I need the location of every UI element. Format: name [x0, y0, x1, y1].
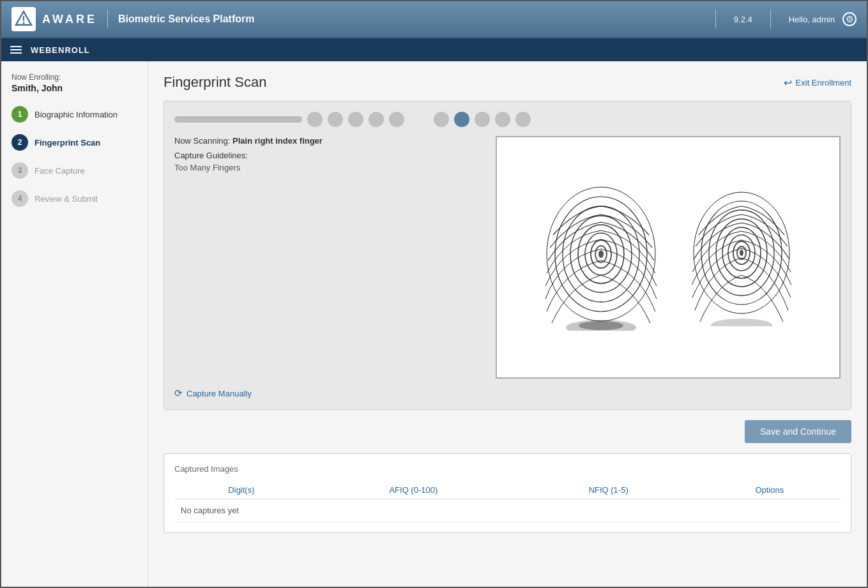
- svg-point-11: [598, 250, 604, 258]
- step-4-label: Review & Submit: [34, 194, 98, 204]
- col-nfiq: NFIQ (1-5): [519, 481, 699, 499]
- captured-images-panel: Captured Images Digit(s) AFIQ (0-100) NF…: [164, 453, 851, 533]
- capture-manually-label: Capture Manually: [187, 389, 252, 398]
- page-title: Fingerprint Scan: [164, 74, 266, 91]
- exit-label: Exit Enrollment: [796, 78, 851, 87]
- capture-guidelines-label: Capture Guidelines:: [174, 151, 485, 160]
- capture-manually-link[interactable]: ⟳ Capture Manually: [174, 388, 841, 399]
- exit-enrollment-link[interactable]: ↩ Exit Enrollment: [784, 77, 851, 89]
- progress-dot-1: [307, 112, 323, 127]
- progress-dot-10: [515, 112, 531, 127]
- col-options: Options: [699, 481, 841, 499]
- header-platform-title: Biometric Services Platform: [118, 13, 705, 25]
- scanning-prefix: Now Scanning:: [174, 136, 232, 146]
- exit-icon: ↩: [784, 77, 792, 89]
- progress-dot-4: [369, 112, 384, 127]
- main-container: Now Enrolling: Smith, John 1 Biographic …: [1, 61, 867, 588]
- fingerprint-2: [687, 189, 796, 326]
- progress-dot-9: [495, 112, 510, 127]
- enrolling-label: Now Enrolling:: [11, 73, 137, 82]
- sidebar: Now Enrolling: Smith, John 1 Biographic …: [1, 61, 148, 588]
- progress-dot-6: [434, 112, 449, 127]
- fingerprint-1: [540, 184, 662, 331]
- progress-dot-8: [475, 112, 490, 127]
- step-2-circle: 2: [11, 134, 28, 151]
- step-2-label: Fingerprint Scan: [34, 138, 100, 147]
- logo-area: AWARE: [11, 7, 97, 31]
- step-1-label: Biographic Information: [34, 110, 118, 119]
- navbar: WEBENROLL: [1, 38, 867, 61]
- aware-logo-icon: [11, 7, 36, 31]
- progress-dot-7: [454, 112, 469, 127]
- aware-logo-text: AWARE: [42, 13, 97, 26]
- progress-dot-5: [389, 112, 404, 127]
- svg-point-23: [711, 319, 772, 326]
- scan-panel: Now Scanning: Plain right index finger C…: [164, 101, 851, 410]
- progress-bar: [174, 116, 302, 123]
- sidebar-step-2[interactable]: 2 Fingerprint Scan: [11, 134, 137, 151]
- step-3-circle: 3: [11, 162, 28, 179]
- svg-point-13: [579, 321, 623, 330]
- save-row: Save and Continue: [164, 420, 851, 443]
- svg-point-22: [740, 250, 743, 256]
- main-content: Fingerprint Scan ↩ Exit Enrollment: [148, 61, 867, 588]
- hamburger-menu[interactable]: [10, 46, 22, 54]
- sidebar-step-4[interactable]: 4 Review & Submit: [11, 190, 137, 207]
- content-header: Fingerprint Scan ↩ Exit Enrollment: [164, 74, 851, 91]
- step-3-label: Face Capture: [34, 166, 85, 176]
- scanning-label: Now Scanning: Plain right index finger: [174, 136, 485, 146]
- col-afiq: AFIQ (0-100): [308, 481, 519, 499]
- no-captures-message: No captures yet: [174, 499, 841, 522]
- capture-icon: ⟳: [174, 388, 183, 399]
- greeting-text: Hello, admin: [789, 15, 835, 24]
- sidebar-step-3[interactable]: 3 Face Capture: [11, 162, 137, 179]
- app-header: AWARE Biometric Services Platform 9.2.4 …: [1, 1, 867, 38]
- navbar-label: WEBENROLL: [31, 45, 90, 55]
- sidebar-step-1[interactable]: 1 Biographic Information: [11, 106, 137, 123]
- enrolling-name: Smith, John: [11, 83, 137, 93]
- captured-images-title: Captured Images: [174, 464, 841, 474]
- guideline-text: Too Many Fingers: [174, 163, 485, 172]
- header-right-area: 9.2.4 Hello, admin ⚙: [705, 10, 857, 29]
- step-4-circle: 4: [11, 190, 28, 207]
- header-divider-3: [770, 10, 771, 29]
- table-row-empty: No captures yet: [174, 499, 841, 522]
- scanning-finger: Plain right index finger: [232, 136, 323, 146]
- version-label: 9.2.4: [734, 15, 752, 24]
- progress-row: [174, 112, 841, 127]
- col-digits: Digit(s): [174, 481, 308, 499]
- settings-icon[interactable]: ⚙: [842, 12, 857, 26]
- fingerprint-viewer: [496, 136, 841, 379]
- header-divider-1: [107, 10, 108, 29]
- scan-content: Now Scanning: Plain right index finger C…: [174, 136, 841, 379]
- scan-info: Now Scanning: Plain right index finger C…: [174, 136, 485, 379]
- header-divider-2: [715, 10, 716, 29]
- captured-table: Digit(s) AFIQ (0-100) NFIQ (1-5) Options…: [174, 481, 841, 522]
- step-1-circle: 1: [11, 106, 28, 123]
- svg-point-2: [23, 22, 25, 24]
- save-continue-button[interactable]: Save and Continue: [745, 420, 851, 443]
- fingerprint-images: [497, 137, 839, 377]
- progress-dot-2: [328, 112, 343, 127]
- progress-dot-3: [348, 112, 363, 127]
